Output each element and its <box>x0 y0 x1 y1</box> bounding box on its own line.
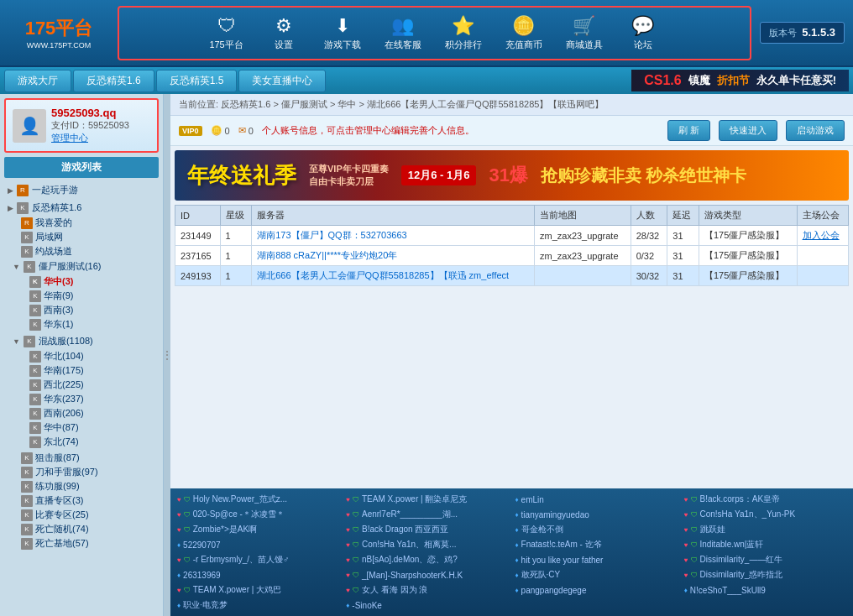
user-name: Dissimilarity_惑咋指北 <box>700 569 783 581</box>
server-row[interactable]: 2371651湖南888 cRaZY||****专业约炮20年zm_zax23_… <box>175 246 849 266</box>
user-entry[interactable]: ♦pangpangdegege <box>513 583 680 597</box>
tree-child-3[interactable]: K华中(3) <box>4 274 159 289</box>
server-link[interactable]: 湖南173【僵尸】QQ群：532703663 <box>257 230 407 240</box>
user-entry[interactable]: ♥🛡TEAM X.power | 大鸡巴 <box>175 583 342 597</box>
tree-item-[interactable]: R我喜爱的 <box>4 216 159 230</box>
user-entry[interactable]: ♥🛡女人 看海 因为 浪 <box>343 583 510 597</box>
breadcrumb: 当前位置: 反恐精英1.6 > 僵尸服测试 > 华中 > 湖北666【老男人工会… <box>170 94 853 116</box>
settings-icon: ⚙ <box>275 15 292 37</box>
user-name: B!ack Dragon 西亚西亚 <box>362 524 448 535</box>
server-row[interactable]: 2314491湖南173【僵尸】QQ群：532703663zm_zax23_up… <box>175 226 849 246</box>
tab-美女直播中心[interactable]: 美女直播中心 <box>238 70 326 92</box>
tree-child-icon: K <box>29 305 41 316</box>
user-entry[interactable]: ♦Fnatast!c.teAm - 讫爷 <box>513 538 680 551</box>
user-entry[interactable]: ♦hit you like your father <box>513 553 680 566</box>
user-entry[interactable]: ♦敢死队·CY <box>513 568 680 582</box>
tree-parent-混战服(1108)[interactable]: ▼K混战服(1108) <box>4 333 159 349</box>
user-entry[interactable]: ♦tianyamingyuedao <box>513 508 680 521</box>
quick-enter-button[interactable]: 快速进入 <box>719 120 777 141</box>
tree-child-1[interactable]: K华东(1) <box>4 317 159 331</box>
tree-child-87[interactable]: K华中(87) <box>4 420 159 435</box>
tree-section-header[interactable]: ▶R一起玩手游 <box>4 182 159 198</box>
user-entry[interactable]: ♦26313969 <box>175 568 342 582</box>
user-entry[interactable]: ♥🛡TEAM X.power | 翻染卓尼克 <box>343 493 510 506</box>
tree-item-74[interactable]: K死亡随机(74) <box>4 522 159 536</box>
nav-item-shop[interactable]: 🛒商城道具 <box>557 12 611 55</box>
user-entry[interactable]: ♥🛡Aenrl7eR*_________湖... <box>343 508 510 521</box>
user-entry[interactable]: ♥🛡Holy New.Power_范式z... <box>175 493 342 506</box>
user-entry[interactable]: ♦N!ceShoT___SkUll9 <box>682 583 849 597</box>
server-table-area: ID星级服务器当前地图人数延迟游戏类型主场公会 2314491湖南173【僵尸】… <box>175 205 849 488</box>
tree-child-icon: K <box>29 394 41 405</box>
tree-item-25[interactable]: K比赛专区(25) <box>4 508 159 522</box>
user-entry[interactable]: ♦emLin <box>513 493 680 506</box>
tree-child-225[interactable]: K西北(225) <box>4 378 159 392</box>
user-entry[interactable]: ♥🛡Con!sHa Ya1n、相离莫... <box>343 538 510 551</box>
tree-item-87[interactable]: K狙击服(87) <box>4 451 159 465</box>
tree-item-[interactable]: K局域网 <box>4 230 159 244</box>
nav-item-platform[interactable]: 🛡175平台 <box>201 12 251 55</box>
user-entry[interactable]: ♦52290707 <box>175 538 342 551</box>
nav-item-forum[interactable]: 💬论坛 <box>618 12 668 55</box>
tree-child-74[interactable]: K东北(74) <box>4 435 159 449</box>
user-entry[interactable]: ♥🛡Dissimilarity_惑咋指北 <box>682 568 849 582</box>
col-header-星级: 星级 <box>220 206 252 226</box>
tree-item-57[interactable]: K死亡基地(57) <box>4 536 159 551</box>
server-link[interactable]: 湖北666【老男人工会僵尸QQ群55818285】【联迅 zm_effect <box>257 270 509 280</box>
tab-反恐精英1.6[interactable]: 反恐精英1.6 <box>73 70 154 92</box>
nav-item-recharge[interactable]: 🪙充值商币 <box>497 12 551 55</box>
tree-item-97[interactable]: K刀和手雷服(97) <box>4 465 159 479</box>
nav-item-rank[interactable]: ⭐积分排行 <box>437 12 490 55</box>
user-name: 26313969 <box>183 571 221 580</box>
refresh-button[interactable]: 刷 新 <box>667 120 710 141</box>
user-entry[interactable]: ♥🛡nB[sAo].deMon、恋、鸡? <box>343 553 510 566</box>
user-entry[interactable]: ♥🛡Con!sHa Ya1n、_Yun-PK <box>682 508 849 521</box>
user-entry[interactable]: ♦职业·电竞梦 <box>175 598 342 612</box>
tree-child-237[interactable]: K华东(237) <box>4 392 159 406</box>
tree-child-206[interactable]: K西南(206) <box>4 406 159 420</box>
user-entry[interactable]: ♥🛡Dissimilarity_——红牛 <box>682 553 849 566</box>
tree-child-9[interactable]: K华南(9) <box>4 289 159 303</box>
user-management-link[interactable]: 管理中心 <box>51 132 129 144</box>
tree-parent-僵尸服测试(16)[interactable]: ▼K僵尸服测试(16) <box>4 258 159 274</box>
diamond-icon: ♦ <box>684 587 688 594</box>
tree-item-99[interactable]: K练功服(99) <box>4 479 159 493</box>
tab-反恐精英1.5[interactable]: 反恐精英1.5 <box>156 70 238 92</box>
user-entry[interactable]: ♥🛡B!ack Dragon 西亚西亚 <box>343 523 510 536</box>
tree-item-3[interactable]: K直播专区(3) <box>4 493 159 508</box>
user-entry[interactable]: ♦-SinoKe <box>343 598 510 612</box>
join-guild-btn[interactable]: 加入公会 <box>803 230 840 240</box>
user-entry[interactable]: ♥🛡_[Man]-SharpshooterK.H.K <box>343 568 510 582</box>
user-entry[interactable]: ♦哥金枪不倒 <box>513 523 680 536</box>
tree-section-header[interactable]: ▶K反恐精英1.6 <box>4 200 159 216</box>
user-entry[interactable]: ♥🛡-r Erbmysmly_/、苗人馒♂ <box>175 553 342 566</box>
heart-icon: ♥ <box>177 526 181 534</box>
tree-child-175[interactable]: K华南(175) <box>4 363 159 378</box>
user-badge: 🛡 <box>184 496 191 504</box>
server-link[interactable]: 湖南888 cRaZY||****专业约炮20年 <box>257 250 397 260</box>
tree-child-3[interactable]: K西南(3) <box>4 303 159 317</box>
diamond-icon: ♦ <box>515 572 519 579</box>
start-game-button[interactable]: 启动游戏 <box>786 120 845 141</box>
user-entry[interactable]: ♥🛡020-Sp@ce -＊冰凌雪＊ <box>175 508 342 521</box>
nav-item-download[interactable]: ⬇游戏下载 <box>316 12 369 55</box>
user-entry[interactable]: ♥🛡Inditable.wn|蓝轩 <box>682 538 849 551</box>
guild-cell[interactable]: 加入公会 <box>797 226 848 246</box>
user-entry[interactable]: ♥🛡跳跃娃 <box>682 523 849 536</box>
col-header-延迟: 延迟 <box>667 206 699 226</box>
sidebar-divider[interactable]: ⋮ <box>164 94 170 616</box>
tree-child-104[interactable]: K华北(104) <box>4 349 159 363</box>
nav-item-support[interactable]: 👥在线客服 <box>376 12 430 55</box>
heart-icon: ♥ <box>346 541 350 549</box>
second-nav: 游戏大厅反恐精英1.6反恐精英1.5美女直播中心 CS1.6 镇魔 折扣节 永久… <box>0 67 853 94</box>
user-entry[interactable]: ♥🛡Zombie*>是AK啊 <box>175 523 342 536</box>
tree-icon: K <box>24 261 35 273</box>
tab-游戏大厅[interactable]: 游戏大厅 <box>4 70 71 92</box>
user-entry[interactable]: ♥🛡B!ack.corps：AK皇帝 <box>682 493 849 506</box>
server-row[interactable]: 2491931湖北666【老男人工会僵尸QQ群55818285】【联迅 zm_e… <box>175 266 849 286</box>
diamond-icon: ♦ <box>515 541 519 549</box>
tree-item-[interactable]: K约战场道 <box>4 244 159 258</box>
promo-banner[interactable]: 年终送礼季 至尊VIP年卡四重奏 自由卡非卖刀层 12月6 - 1月6 31爆 … <box>175 150 849 201</box>
nav-item-settings[interactable]: ⚙设置 <box>259 12 309 55</box>
sidebar: 👤 59525093.qq 支付ID：59525093 管理中心 游戏列表 ▶R… <box>0 94 164 616</box>
